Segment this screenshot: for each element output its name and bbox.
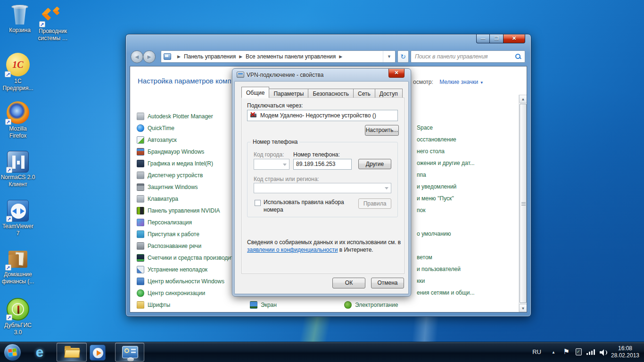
scrollbar-thumb[interactable]	[520, 104, 527, 303]
scroll-down-icon[interactable]: ▼	[519, 304, 527, 312]
autoplay-icon	[137, 136, 144, 144]
explorer-taskbar-button[interactable]	[57, 343, 87, 362]
list-item-fragment[interactable]: и меню ''Пуск''	[417, 193, 454, 205]
vertical-scrollbar[interactable]: ▲ ▼	[519, 95, 527, 312]
1c-icon: 1С➚	[6, 53, 30, 76]
system-tray: RU ▲ ⚑ 16:08 28.02.2013	[493, 342, 644, 362]
desktop-icon-system-explorer[interactable]: ➚ Проводниксистемы …	[30, 4, 75, 42]
dialog-body: Общие Параметры Безопасность Сеть Доступ…	[234, 81, 409, 294]
chevron-down-icon	[283, 164, 287, 166]
dialog-close-button[interactable]: ✕	[388, 69, 405, 78]
dialing-rules-checkbox[interactable]	[255, 200, 261, 206]
tab-security[interactable]: Безопасность	[308, 89, 354, 98]
list-item-fragment[interactable]: ения сетями и общи...	[417, 287, 475, 299]
cancel-button[interactable]: Отмена	[371, 278, 404, 288]
volume-icon[interactable]	[600, 349, 607, 355]
ok-button[interactable]: ОК	[332, 278, 365, 288]
performance-counters-icon	[137, 254, 144, 262]
list-item-screen[interactable]: Экран	[250, 299, 277, 311]
page-title: Настройка параметров комп	[138, 77, 231, 85]
maximize-button[interactable]: ❐	[490, 34, 503, 43]
tab-sharing[interactable]: Доступ	[375, 89, 403, 98]
play-icon	[97, 350, 101, 356]
back-button[interactable]: ◄	[131, 50, 143, 63]
action-center-flag-icon[interactable]: ⚑	[563, 347, 570, 356]
desktop-icon-dublgis[interactable]: ➚ ДубльГИС3.0	[0, 298, 41, 336]
clock[interactable]: 16:08 28.02.2013	[609, 345, 641, 359]
breadcrumb-control-panel[interactable]: Панель управления	[184, 53, 236, 60]
list-item-fragment[interactable]: ожения и другие дат...	[417, 157, 475, 169]
list-item-fragment[interactable]: пок	[417, 205, 425, 216]
vpn-properties-dialog: VPN-подключение - свойства ✕ Общие Парам…	[232, 68, 411, 296]
alternates-button[interactable]: Другие	[358, 159, 391, 169]
refresh-button[interactable]: ↻	[397, 50, 409, 63]
privacy-statement-link[interactable]: заявлении о конфиденциальности	[247, 247, 338, 253]
tab-network[interactable]: Сеть	[354, 89, 375, 98]
internet-explorer-button[interactable]: e	[30, 344, 49, 361]
tab-general[interactable]: Общие	[241, 87, 269, 98]
taskbar: e RU ▲ ⚑ 16:08 28.02.2013	[0, 342, 644, 362]
network-signal-icon[interactable]	[586, 349, 595, 355]
firefox-icon: ➚	[7, 101, 29, 124]
scroll-up-icon[interactable]: ▲	[519, 95, 527, 103]
address-bar[interactable]: ▶ Панель управления ▶ Все элементы панел…	[161, 50, 396, 63]
shortcut-arrow-icon: ➚	[5, 264, 11, 271]
list-item-fragment[interactable]: ппа	[417, 169, 426, 181]
folder-icon	[65, 347, 80, 358]
desktop-icon-teamviewer[interactable]: ➚ TeamViewer7	[0, 200, 41, 237]
close-button[interactable]: ✕	[503, 34, 525, 43]
phone-number-group-label: Номер телефона	[251, 139, 299, 145]
connect-via-label: Подключаться через:	[247, 102, 303, 109]
view-selector[interactable]: осмотр: Мелкие значки ▼	[413, 79, 484, 85]
language-indicator[interactable]: RU	[532, 348, 541, 355]
windows-logo-icon	[8, 348, 17, 357]
city-code-label: Код города:	[254, 151, 284, 158]
phone-number-input[interactable]: 89.189.156.253	[293, 159, 352, 170]
list-item-power[interactable]: Электропитание	[344, 299, 398, 311]
shortcut-arrow-icon: ➚	[39, 21, 45, 27]
list-item-fragment[interactable]: ветом	[417, 252, 432, 263]
minimize-button[interactable]: —	[476, 34, 490, 43]
recycle-bin-icon	[10, 4, 29, 25]
list-item-fragment[interactable]: о умолчанию	[417, 228, 451, 240]
view-value[interactable]: Мелкие значки	[439, 79, 478, 85]
country-code-label: Код страны или региона:	[254, 176, 319, 182]
desktop-icon-normacs[interactable]: ➚ NormaCS 2.0Клиент	[0, 151, 41, 188]
list-item-fragment[interactable]: него стола	[417, 146, 445, 157]
search-box[interactable]: Поиск в панели управления	[411, 50, 525, 63]
forward-button[interactable]: ►	[143, 50, 156, 63]
speech-recognition-icon	[137, 242, 144, 250]
desktop-icon-home-finances[interactable]: ➚ Домашниефинансы (...	[0, 249, 41, 285]
city-code-combo	[254, 159, 289, 170]
address-dropdown-icon[interactable]: ▼	[383, 51, 395, 62]
defender-icon	[137, 183, 144, 191]
list-item-fragment[interactable]: и пользователей	[417, 263, 461, 275]
list-item-fragment[interactable]: осстановление	[417, 134, 456, 146]
search-icon	[515, 54, 521, 59]
desktop-icon-firefox[interactable]: ➚ MozillaFirefox	[0, 101, 41, 140]
breadcrumb-arrow-icon: ▶	[177, 54, 181, 59]
breadcrumb-arrow-icon: ▶	[339, 54, 342, 59]
configure-button[interactable]: Настроить...	[365, 125, 399, 136]
start-button[interactable]	[4, 344, 21, 361]
list-item[interactable]: Язык и региональные стандарты	[137, 311, 292, 313]
list-item-fragment[interactable]: кки	[417, 275, 425, 287]
control-panel-icon	[122, 346, 138, 358]
quicktime-icon	[137, 124, 144, 132]
device-field: ✕ Модем Удалено- Недоступное устройство …	[247, 110, 398, 121]
breadcrumb-all-items[interactable]: Все элементы панели управления	[246, 53, 336, 60]
media-player-button[interactable]	[90, 345, 106, 361]
shortcut-arrow-icon: ➚	[5, 71, 11, 77]
dialer-icon	[237, 72, 244, 78]
list-item-fragment[interactable]: Space	[417, 122, 433, 134]
desktop-icon-1c[interactable]: 1С➚ 1СПредприя...	[0, 53, 41, 92]
show-hidden-icons-button[interactable]: ▲	[552, 350, 555, 354]
control-panel-taskbar-button[interactable]	[115, 343, 144, 362]
safely-remove-hardware-icon[interactable]	[576, 348, 582, 355]
list-item-fragment[interactable]: и уведомлений	[417, 181, 456, 193]
view-label: осмотр:	[413, 79, 433, 85]
tab-options[interactable]: Параметры	[269, 89, 308, 98]
dublgis-icon: ➚	[7, 298, 29, 321]
firewall-icon	[137, 148, 144, 156]
shortcut-arrow-icon: ➚	[6, 314, 12, 321]
